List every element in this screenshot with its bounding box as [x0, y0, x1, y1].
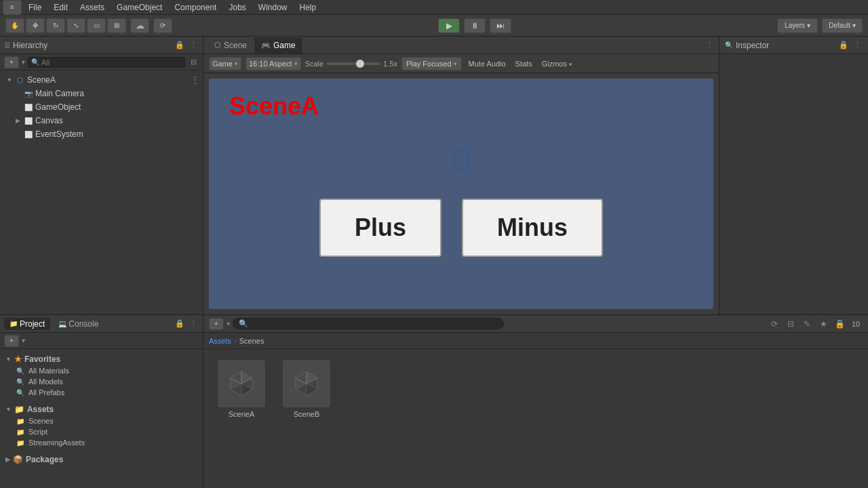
mute-audio-btn[interactable]: Mute Audio — [466, 58, 509, 69]
play-focused-btn[interactable]: Play Focused ▾ — [401, 57, 462, 70]
script-folder-icon: 📁 — [16, 428, 24, 436]
lock-icon[interactable]: 🔒 — [174, 40, 185, 51]
hierarchy-search-box[interactable]: 🔍 — [28, 57, 185, 68]
hierarchy-panel: ☰ Hierarchy 🔒 ⋮ + ▾ 🔍 ⊟ — [0, 37, 203, 314]
menu-edit[interactable]: Edit — [48, 1, 73, 14]
hierarchy-gameobject-item[interactable]: ⬜ GameObject — [0, 100, 203, 114]
display-select[interactable]: Game ▾ — [209, 57, 241, 70]
menu-component[interactable]: Component — [169, 1, 222, 14]
menu-icon-btn[interactable]: ≡ — [3, 0, 22, 15]
all-materials-icon: 🔍 — [16, 367, 24, 375]
asset-filter-icon[interactable]: ✎ — [800, 317, 814, 331]
aspect-select[interactable]: 16:10 Aspect ▾ — [245, 57, 301, 70]
scale-thumb[interactable] — [356, 60, 364, 68]
add-hierarchy-btn[interactable]: + — [4, 56, 19, 68]
assets-section-header[interactable]: ▼ 📁 Assets — [5, 403, 197, 415]
inspector-panel: 🔍 Inspector 🔒 ⋮ — [719, 37, 868, 314]
rect-tool-btn[interactable]: ▭ — [87, 18, 106, 33]
move-tool-btn[interactable]: ✥ — [26, 18, 45, 33]
scale-tool-btn[interactable]: ⤡ — [66, 18, 85, 33]
menu-assets[interactable]: Assets — [75, 1, 110, 14]
cloud-btn[interactable]: ☁ — [130, 18, 149, 33]
asset-item-sceneA[interactable]: SceneA — [214, 360, 269, 418]
layers-btn[interactable]: Layers ▾ — [777, 18, 818, 33]
bottom-tab-bar: 📁 Project 💻 Console 🔒 ⋮ — [0, 315, 203, 333]
asset-refresh-icon[interactable]: ⟳ — [768, 317, 781, 331]
main-toolbar: ✋ ✥ ↻ ⤡ ▭ ⊞ ☁ ⟳ ▶ ⏸ ⏭ Layers ▾ Default ▾ — [0, 15, 868, 37]
game-counter: 0 — [209, 141, 713, 178]
center-more-icon[interactable]: ⋮ — [704, 40, 715, 51]
assets-search-input[interactable] — [251, 320, 498, 328]
hierarchy-scene-item[interactable]: ▼ ⬡ SceneA ⋮ — [0, 73, 203, 87]
assets-toolbar: + ▾ 🔍 ⟳ ⊟ ✎ ★ 🔒 10 — [203, 315, 868, 333]
scenes-folder-item[interactable]: 📁 Scenes — [5, 415, 197, 426]
asset-star-icon[interactable]: ★ — [816, 317, 830, 331]
top-section: ☰ Hierarchy 🔒 ⋮ + ▾ 🔍 ⊟ — [0, 37, 868, 314]
pause-button[interactable]: ⏸ — [464, 18, 486, 33]
more-icon[interactable]: ⋮ — [188, 40, 199, 51]
all-prefabs-item[interactable]: 🔍 All Prefabs — [5, 387, 197, 398]
hierarchy-menu-icon: ☰ — [4, 41, 10, 49]
hand-tool-btn[interactable]: ✋ — [5, 18, 24, 33]
console-tab[interactable]: 💻 Console — [53, 318, 104, 330]
menu-jobs[interactable]: Jobs — [223, 1, 251, 14]
inspector-lock-icon[interactable]: 🔒 — [838, 40, 849, 51]
favorites-section: ▼ ★ Favorites 🔍 All Materials 🔍 All Mode… — [5, 353, 197, 398]
inspector-more-icon[interactable]: ⋮ — [852, 40, 863, 51]
bottom-left-panel: 📁 Project 💻 Console 🔒 ⋮ + ▾ — [0, 315, 203, 488]
project-tab-label: Project — [20, 319, 45, 329]
hierarchy-canvas-item[interactable]: ▶ ⬜ Canvas — [0, 114, 203, 127]
project-tab[interactable]: 📁 Project — [4, 318, 50, 330]
script-folder-item[interactable]: 📁 Script — [5, 426, 197, 437]
scenes-folder-icon: 📁 — [16, 418, 24, 425]
menu-help[interactable]: Help — [294, 1, 322, 14]
add-project-btn[interactable]: + — [4, 335, 19, 347]
all-prefabs-icon: 🔍 — [16, 389, 24, 396]
hierarchy-eventsystem-item[interactable]: ⬜ EventSystem — [0, 127, 203, 141]
breadcrumb-child[interactable]: Scenes — [239, 337, 264, 345]
layout-btn[interactable]: Default ▾ — [822, 18, 863, 33]
hierarchy-title: Hierarchy — [13, 41, 47, 50]
asset-item-sceneB[interactable]: SceneB — [279, 360, 334, 418]
add-asset-btn[interactable]: + — [209, 318, 224, 330]
favorites-header[interactable]: ▼ ★ Favorites — [5, 353, 197, 365]
packages-header[interactable]: ▶ 📦 Packages — [5, 453, 197, 466]
play-button[interactable]: ▶ — [438, 18, 460, 33]
stats-btn[interactable]: Stats — [513, 58, 535, 69]
asset-label-sceneA: SceneA — [229, 410, 255, 418]
asset-label-sceneB: SceneB — [294, 410, 320, 418]
main-camera-label: Main Camera — [35, 89, 84, 98]
transform-tool-btn[interactable]: ⊞ — [107, 18, 126, 33]
menu-gameobject[interactable]: GameObject — [111, 1, 167, 14]
scale-value: 1.5x — [383, 60, 397, 68]
rotate-tool-btn[interactable]: ↻ — [46, 18, 65, 33]
menu-window[interactable]: Window — [253, 1, 293, 14]
streaming-assets-icon: 📁 — [16, 439, 24, 447]
assets-search-bar[interactable]: 🔍 — [233, 318, 504, 329]
packages-folder-icon: 📦 — [13, 455, 23, 464]
minus-button[interactable]: Minus — [462, 199, 603, 257]
scene-tab[interactable]: ⬡ Scene — [208, 37, 254, 54]
breadcrumb-root[interactable]: Assets — [209, 337, 231, 345]
hierarchy-maincamera-item[interactable]: 📷 Main Camera — [0, 87, 203, 100]
camera-icon: 📷 — [23, 88, 34, 99]
hierarchy-filter-icon[interactable]: ⊟ — [188, 57, 199, 68]
all-models-item[interactable]: 🔍 All Models — [5, 376, 197, 387]
all-materials-item[interactable]: 🔍 All Materials — [5, 365, 197, 376]
scale-slider[interactable] — [326, 62, 380, 65]
plus-button[interactable]: Plus — [319, 199, 441, 257]
streaming-assets-item[interactable]: 📁 StreamingAssets — [5, 437, 197, 448]
collab-btn[interactable]: ⟳ — [153, 18, 172, 33]
hierarchy-content: ▼ ⬡ SceneA ⋮ 📷 Main Camera ⬜ GameObject — [0, 70, 203, 314]
bottom-left-lock-icon[interactable]: 🔒 — [174, 319, 185, 329]
asset-view-icon[interactable]: ⊟ — [784, 317, 797, 331]
all-models-label: All Models — [28, 378, 63, 386]
gizmos-btn[interactable]: Gizmos ▾ — [539, 58, 575, 69]
bottom-left-more-icon[interactable]: ⋮ — [188, 319, 199, 329]
scene-dots-btn[interactable]: ⋮ — [191, 75, 200, 85]
game-tab[interactable]: 🎮 Game — [254, 37, 303, 54]
hierarchy-search-input[interactable] — [41, 58, 182, 66]
menu-file[interactable]: File — [23, 1, 47, 14]
asset-settings-icon[interactable]: 🔒 — [833, 317, 846, 331]
step-button[interactable]: ⏭ — [490, 18, 511, 33]
